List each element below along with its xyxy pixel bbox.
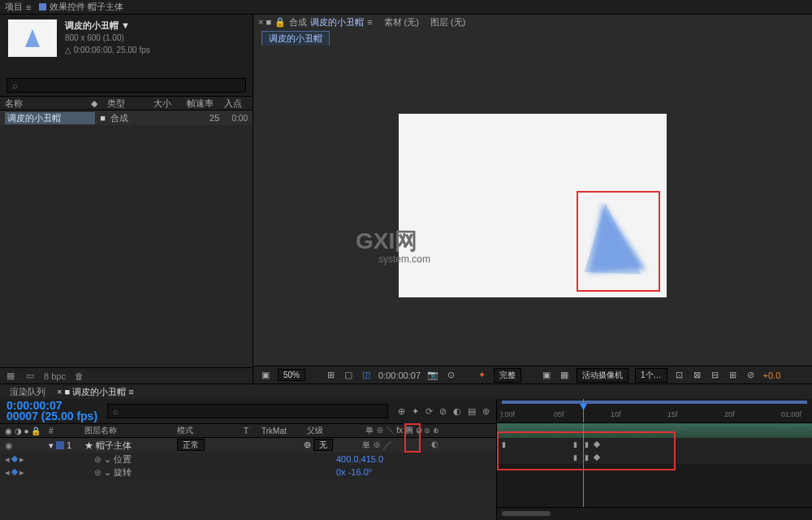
col-number[interactable]: # [49,427,81,436]
exposure-reset-icon[interactable]: ⊘ [745,370,757,380]
composition-thumbnail[interactable] [8,20,57,57]
folder-icon[interactable]: ▭ [24,370,36,381]
property-row-rotation[interactable]: ◂▸ ⊙ ⌄ 旋转 0x -16.0° [0,466,496,479]
magnify-icon[interactable]: ▣ [260,370,271,380]
layer-duration-bar[interactable] [497,423,812,438]
timeline-search-input[interactable] [107,404,388,418]
flowchart-icon[interactable]: ⊞ [728,370,739,380]
parent-dropdown[interactable]: 无 [313,439,333,451]
shy-icon[interactable]: ⟳ [425,406,433,417]
graph-editor-icon[interactable]: ▤ [468,406,476,417]
keyframe-icon[interactable]: ▮ [502,440,506,448]
resolution-dropdown[interactable]: 完整 [494,368,521,383]
add-keyframe-icon[interactable] [11,456,18,462]
camera-dropdown[interactable]: 活动摄像机 [577,368,628,383]
property-row-position[interactable]: ◂▸ ⊙ ⌄ 位置 400.0,415.0 [0,453,496,466]
tab-render-queue[interactable]: 渲染队列 [10,386,45,398]
keyframe-icon[interactable]: ▮ [573,440,577,448]
work-area-bar[interactable] [502,401,807,404]
next-keyframe-icon[interactable]: ▸ [19,454,24,465]
current-time-indicator-playhead[interactable] [583,399,584,422]
brainstorm-icon[interactable]: ⊛ [482,406,490,417]
property-rotation-label[interactable]: ⊙ ⌄ 旋转 [49,466,211,479]
trash-icon[interactable]: 🗑 [74,371,85,381]
col-mode[interactable]: 模式 [177,425,240,436]
add-keyframe-icon[interactable] [11,469,18,475]
panel-menu-icon[interactable]: ≡ [26,2,31,12]
parent-pickwhip-icon[interactable]: ⊚ [304,440,311,449]
mask-icon[interactable]: ◫ [361,370,372,380]
comp-title[interactable]: 调皮的小丑帽 ▼ [65,20,150,32]
layer-name[interactable]: ★ 帽子主体 [84,440,174,452]
keyframe-icon[interactable]: ▮ [573,453,577,462]
tab-effect-controls[interactable]: 效果控件 帽子主体 [39,1,123,13]
video-toggle-icon[interactable]: ◉ [5,440,13,451]
timeline-button-icon[interactable]: ⊟ [710,370,721,380]
motion-blur-icon[interactable]: ◐ [453,406,461,417]
keyframe-icon[interactable] [594,441,600,448]
keyframe-icon[interactable] [594,454,600,461]
pixel-aspect-icon[interactable]: ⊡ [674,370,685,380]
bit-depth-button[interactable]: 8 bpc [44,371,66,381]
project-search-input[interactable] [6,78,246,93]
interpret-footage-icon[interactable]: ▦ [5,370,16,381]
hat-shape[interactable] [577,198,650,288]
comp-flowchart-tab[interactable]: 调皮的小丑帽 [261,31,330,46]
draft-3d-icon[interactable]: ✦ [412,406,419,417]
col-type[interactable]: 类型 [107,98,149,110]
next-keyframe-icon[interactable]: ▸ [19,467,24,478]
composition-canvas[interactable] [399,114,667,297]
views-dropdown[interactable]: 1个… [635,368,667,383]
viewer-tab-composition[interactable]: × ■ 🔒 合成 调皮的小丑帽 ≡ [258,16,373,28]
twirl-icon[interactable]: ▾ [49,440,54,451]
viewer-tab-layer[interactable]: 图层 (无) [430,16,465,28]
tab-timeline-comp[interactable]: × ■ 调皮的小丑帽 ≡ [57,386,134,398]
keyframe-icon[interactable]: ▮ [585,440,589,448]
grid-icon[interactable]: ⊞ [325,370,336,380]
project-item-name[interactable]: 调皮的小丑帽 [5,112,95,124]
fast-preview-icon[interactable]: ⊠ [692,370,703,380]
time-ruler[interactable]: ):00f 05f 10f 15f 20f 01:00f [497,399,812,423]
property-position-value[interactable]: 400.0,415.0 [336,454,383,464]
timeline-layer-row[interactable]: ◉ ▾1 ★ 帽子主体 正常 ⊚ 无 単 ※ ╱ ◐ [0,438,496,453]
snapshot-icon[interactable]: 📷 [427,370,438,380]
project-item-row[interactable]: 调皮的小丑帽 ■ 合成 25 0:00 [0,110,253,125]
motion-blur-layer-icon[interactable]: ◐ [431,440,438,448]
exposure-value[interactable]: +0.0 [763,370,781,380]
keyframe-track-position[interactable]: ▮ ▮ ▮ [497,438,812,451]
viewer-tab-footage[interactable]: 素材 (无) [384,16,419,28]
canvas-area[interactable] [253,46,812,366]
tab-project[interactable]: 项目 ≡ [5,1,31,13]
col-inpoint[interactable]: 入点 [224,98,248,110]
layer-color-icon[interactable] [56,441,64,449]
col-layer-name[interactable]: 图层名称 [84,425,174,436]
timeline-zoom-bar[interactable] [497,507,812,520]
roi-icon[interactable]: ▣ [541,370,552,380]
col-parent[interactable]: 父级 [307,425,362,436]
comp-mini-flowchart-icon[interactable]: ⊕ [398,406,405,417]
magnification-dropdown[interactable]: 50% [278,369,305,381]
col-size[interactable]: 大小 [153,98,182,110]
keyframe-icon[interactable]: ▮ [585,453,589,462]
guides-icon[interactable]: ▢ [343,370,354,380]
keyframe-track-rotation[interactable]: ▮ ▮ [497,451,812,464]
col-framerate[interactable]: 帧速率 [187,98,218,110]
track-area[interactable]: ▮ ▮ ▮ ▮ ▮ [497,423,812,507]
channel-icon[interactable]: ✦ [476,370,487,380]
col-switches[interactable]: 单 ※ ╲ fx 圖 ⊘ ⊙ ⊕ [365,425,440,436]
col-t[interactable]: T [244,427,258,436]
layer-switches[interactable]: 単 ※ ╱ ◐ [362,440,437,451]
property-position-label[interactable]: ⊙ ⌄ 位置 [49,453,211,466]
lock-icon[interactable]: 🔒 [274,17,286,28]
transparency-grid-icon[interactable]: ▦ [559,370,570,380]
current-time-display[interactable]: 0:00:00:07 [378,370,421,380]
property-rotation-value[interactable]: 0x -16.0° [336,467,372,477]
frame-blend-icon[interactable]: ⊘ [439,406,447,417]
col-trkmat[interactable]: TrkMat [261,427,304,436]
col-name[interactable]: 名称 [5,98,86,110]
prev-keyframe-icon[interactable]: ◂ [5,467,10,478]
zoom-slider-handle[interactable] [502,511,551,516]
prev-keyframe-icon[interactable]: ◂ [5,454,10,465]
playhead-line[interactable] [583,423,584,507]
show-snapshot-icon[interactable]: ⊙ [445,370,456,380]
